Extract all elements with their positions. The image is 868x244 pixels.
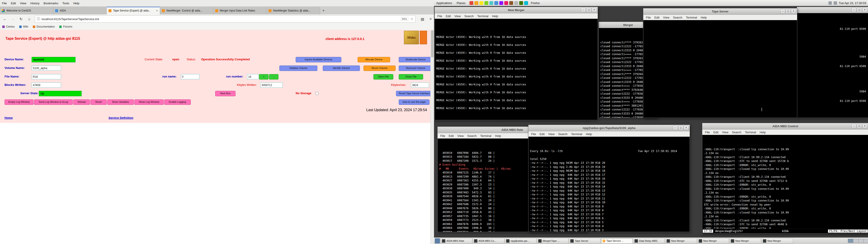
applications-menu[interactable]: Applications bbox=[434, 0, 454, 6]
taskbar-window-button[interactable]: Tape Server bbox=[569, 238, 600, 244]
volume-tray-icon[interactable] bbox=[829, 1, 832, 5]
close-icon[interactable]: ✕ bbox=[684, 126, 688, 130]
menu-item[interactable]: View bbox=[546, 132, 556, 136]
browser-tab[interactable]: AIDA bbox=[53, 7, 107, 14]
panel-app-icon[interactable] bbox=[524, 1, 528, 5]
maximize-icon[interactable]: ▢ bbox=[786, 9, 790, 13]
menu-item[interactable]: Terminal bbox=[478, 134, 493, 138]
taskbar-window-button[interactable]: AIDA MBS Co... bbox=[473, 238, 504, 244]
panel-app-icon[interactable] bbox=[494, 1, 498, 5]
maximize-icon[interactable]: ▢ bbox=[857, 8, 862, 12]
menu-item[interactable]: Edit bbox=[653, 16, 661, 19]
dismount-volume-button[interactable]: Dismount Volume bbox=[399, 65, 431, 71]
bookmark-item[interactable]: Wiki bbox=[17, 25, 31, 28]
run-number-increment-button[interactable]: + bbox=[259, 74, 269, 80]
menu-item[interactable]: Edit bbox=[447, 134, 456, 138]
window-titlebar[interactable]: npg@aidas-gsi:/TapeData/S100_alpha — ▢ ✕ bbox=[528, 125, 690, 131]
close-file-button[interactable]: Close File bbox=[399, 74, 423, 80]
menu-item[interactable]: File bbox=[438, 134, 447, 138]
menu-item[interactable]: Edit bbox=[712, 130, 720, 134]
menu-item[interactable]: File bbox=[436, 14, 444, 18]
terminal-content[interactable]: 61-119 port 6500598461-119 port 65005984… bbox=[797, 13, 868, 118]
menu-item[interactable]: Search bbox=[730, 130, 743, 134]
deallocate-device-button[interactable]: Deallocate Device bbox=[399, 57, 431, 62]
kbytes-per-sec-input[interactable] bbox=[411, 83, 429, 88]
window-titlebar[interactable]: Tape Server — ▢ ✕ bbox=[643, 8, 797, 15]
inquire-available-devices-button[interactable]: Inquire Available Devices bbox=[296, 57, 341, 62]
show-variables-button[interactable]: Show Variables bbox=[107, 99, 134, 105]
terminal-content[interactable]: -X86L-119:transport :closed tcp connecti… bbox=[702, 135, 868, 229]
panel-app-icon[interactable] bbox=[489, 1, 493, 5]
minimize-icon[interactable]: — bbox=[851, 124, 856, 128]
workspace-cell[interactable] bbox=[853, 239, 859, 243]
initialise-volume-button[interactable]: Initialise Volume bbox=[279, 65, 317, 71]
terminal-content[interactable] bbox=[643, 20, 797, 118]
taskbar-window-button[interactable]: AIDA MBS Rate bbox=[440, 238, 472, 244]
window-titlebar[interactable]: AIDA MBS Control — ▢ ✕ bbox=[702, 123, 868, 129]
how-to-use-this-page-button[interactable]: How to use this page bbox=[399, 99, 430, 105]
menu-item[interactable]: Edit bbox=[538, 132, 546, 136]
browser-tab[interactable]: NewMerger: Control @ aida... bbox=[160, 7, 213, 14]
bookmark-star-icon[interactable]: ☆ bbox=[410, 17, 413, 21]
reload-button[interactable]: ↻ bbox=[18, 16, 24, 22]
open-file-button[interactable]: Open File bbox=[373, 74, 393, 80]
panel-app-icon[interactable] bbox=[499, 1, 503, 5]
send-log-window-to-elog-button[interactable]: Send Log Window to ELog bbox=[34, 99, 73, 105]
panel-app-icon[interactable] bbox=[479, 1, 483, 5]
menu-item[interactable]: View bbox=[453, 14, 463, 18]
menu-item[interactable]: Terminal bbox=[569, 132, 584, 136]
bookmark-item[interactable]: Forums bbox=[57, 25, 74, 28]
panel-app-icon[interactable] bbox=[485, 1, 488, 5]
enable-logging-button[interactable]: Enable Logging bbox=[164, 99, 191, 105]
browser-tab[interactable]: NewMerger Statistics @ aida... bbox=[267, 7, 320, 14]
menu-item[interactable]: Terminal bbox=[743, 130, 758, 134]
page-scrollbar[interactable] bbox=[430, 30, 434, 244]
close-icon[interactable]: ✕ bbox=[791, 9, 796, 13]
menu-item[interactable]: Edit bbox=[444, 14, 453, 18]
menu-item[interactable]: Terminal bbox=[475, 14, 490, 18]
site-info-icon[interactable]: ⓘ bbox=[37, 17, 40, 21]
run-number-input[interactable] bbox=[247, 74, 259, 79]
mount-volume-button[interactable]: Mount Volume bbox=[364, 65, 396, 71]
workspace-cell[interactable] bbox=[848, 239, 853, 243]
maximize-icon[interactable]: ▢ bbox=[857, 124, 862, 128]
blocks-written-input[interactable] bbox=[32, 83, 61, 88]
server-state-select[interactable]: Up bbox=[39, 91, 82, 96]
menu-item[interactable]: Help bbox=[758, 130, 768, 134]
browser-tab[interactable]: Tape Service (Expert) @ aida... bbox=[107, 7, 160, 14]
maximize-icon[interactable]: ▢ bbox=[586, 8, 591, 12]
terminal-content[interactable]: MERGE Actor (4559): Working with 0 from … bbox=[435, 19, 598, 120]
minimize-icon[interactable]: — bbox=[581, 8, 586, 12]
taskbar-window-button[interactable]: New Merger bbox=[730, 238, 761, 244]
home-button[interactable]: ⌂ bbox=[26, 16, 33, 22]
panel-app-icon[interactable] bbox=[509, 1, 513, 5]
menu-item[interactable]: View bbox=[720, 130, 730, 134]
close-icon[interactable]: ✕ bbox=[592, 8, 596, 12]
panel-app-icon[interactable] bbox=[474, 1, 478, 5]
menu-item[interactable]: View bbox=[661, 16, 671, 19]
menu-item[interactable]: Search bbox=[671, 16, 684, 19]
kbytes-written-input[interactable] bbox=[260, 83, 283, 88]
run-name-input[interactable] bbox=[181, 74, 199, 79]
terminal-content[interactable]: Every 10.0s: ls -lth Tue Apr 23 17:30:01… bbox=[528, 137, 690, 232]
taskbar-window-button[interactable]: Tape Service ... bbox=[601, 238, 633, 244]
home-link[interactable]: Home bbox=[4, 116, 13, 120]
menu-item[interactable]: Bookmarks bbox=[41, 2, 60, 5]
network-tray-icon[interactable] bbox=[834, 1, 837, 5]
menu-item[interactable]: Search bbox=[465, 134, 478, 138]
workspace-cell[interactable] bbox=[864, 239, 868, 243]
window-titlebar[interactable]: New Merger — ▢ ✕ bbox=[435, 7, 598, 13]
volume-name-input[interactable] bbox=[32, 65, 61, 71]
menu-item[interactable]: Help bbox=[699, 16, 709, 19]
show-desktop-icon[interactable] bbox=[435, 238, 440, 243]
maximize-icon[interactable]: ▢ bbox=[678, 126, 683, 130]
panel-app-icon[interactable] bbox=[519, 1, 523, 5]
library-button[interactable]: ▤ bbox=[419, 16, 426, 22]
zoom-level[interactable]: 80% bbox=[401, 17, 408, 21]
bookmark-item[interactable]: Documentation bbox=[31, 25, 57, 28]
menu-item[interactable]: File bbox=[644, 16, 653, 19]
reset-button-page[interactable]: Reset bbox=[90, 99, 107, 105]
menu-item[interactable]: Help bbox=[493, 134, 503, 138]
back-button[interactable]: ← bbox=[1, 16, 8, 22]
menu-item[interactable]: View bbox=[456, 134, 465, 138]
